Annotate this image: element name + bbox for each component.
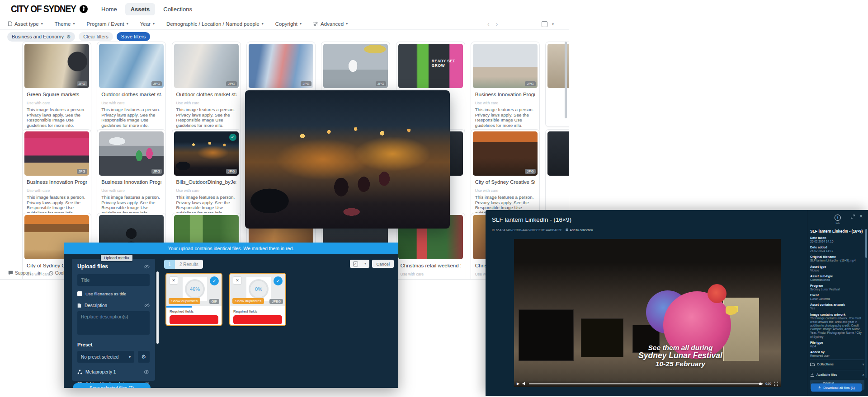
sidebar-scrollbar[interactable] (865, 229, 867, 378)
asset-card-body: Outdoor clothes market stall ... Use wit… (174, 92, 239, 128)
collections-section[interactable]: Collections ∨ (810, 360, 864, 369)
filter-asset-type[interactable]: Asset type ▾ (8, 21, 43, 27)
prev-page-button[interactable]: ‹ (487, 20, 490, 28)
upload-file-card[interactable]: ✕ ✓ 0% Show duplicates JPEG Required fie… (229, 273, 286, 326)
asset-card[interactable]: JPG Outdoor clothes market stall ... Use… (172, 42, 241, 133)
next-page-button[interactable]: › (496, 20, 498, 28)
use-filenames-checkbox[interactable] (77, 291, 82, 296)
chevron-down-icon: ▾ (300, 22, 302, 26)
preset-settings-button[interactable]: ⚙ (138, 351, 150, 363)
remove-file-button[interactable]: ✕ (233, 276, 242, 285)
required-field-error[interactable] (170, 315, 218, 324)
file-selected-check-icon[interactable]: ✓ (274, 276, 283, 285)
filter-copyright[interactable]: Copyright ▾ (275, 21, 302, 27)
active-filters-row: Business and Economy ⊗ Clear filters Sav… (0, 31, 569, 42)
save-selected-files-button[interactable]: Save selected files (2) (73, 383, 151, 388)
asset-thumbnail[interactable]: JPG (24, 44, 89, 88)
selected-check-icon[interactable]: ✓ (229, 134, 236, 141)
vertical-scrollbar[interactable] (565, 42, 567, 118)
fullscreen-icon[interactable] (774, 382, 778, 386)
asset-thumbnail[interactable]: READY SET GROW (398, 44, 463, 88)
asset-card[interactable]: JPG Business Innovation Program 2 Use wi… (22, 129, 91, 220)
filter-year[interactable]: Year ▾ (140, 21, 155, 27)
description-textarea[interactable] (77, 311, 150, 335)
download-icon (818, 386, 821, 389)
filter-demographic-location[interactable]: Demographic / Location / Named people ▾ (166, 21, 264, 27)
seek-bar[interactable] (529, 383, 763, 384)
linkedin-link[interactable]: in (38, 271, 42, 276)
filter-label: Program / Event (87, 21, 124, 27)
remove-filter-icon[interactable]: ⊗ (66, 34, 71, 40)
required-field-error[interactable] (233, 315, 282, 324)
support-link[interactable]: Support (8, 271, 31, 276)
cancel-button[interactable]: Cancel (372, 260, 394, 268)
nav-assets[interactable]: Assets (125, 3, 156, 15)
nav-home[interactable]: Home (96, 3, 123, 15)
add-icon: ⊞ (566, 228, 568, 232)
asset-card-body: Business Innovation Program 2 Use with c… (24, 179, 89, 215)
logo[interactable]: CITY OF SYDNEY (11, 4, 88, 14)
play-button[interactable]: ▶ (517, 382, 519, 386)
remove-file-button[interactable]: ✕ (169, 276, 178, 285)
filter-program-event[interactable]: Program / Event ▾ (87, 21, 128, 27)
asset-thumbnail[interactable]: JPG (99, 44, 164, 88)
asset-card-body: Business Innovation Program 1 Use with c… (99, 179, 164, 215)
panel-scrollbar[interactable] (156, 271, 159, 344)
folder-icon (810, 362, 815, 366)
metadata-scroll-area[interactable]: SLF lantern LinkedIn - (16×9) Date taken… (810, 229, 864, 390)
metadata-field: Asset contains artworkYes (810, 303, 864, 310)
select-all-split-button[interactable]: ✓ ▾ (350, 260, 369, 268)
asset-thumbnail[interactable]: JPG (473, 44, 538, 88)
asset-card[interactable]: JPG Outdoor clothes market stall ... Use… (97, 42, 166, 133)
asset-card[interactable] (545, 129, 569, 215)
video-player[interactable]: See them all during Sydney Lunar Festiva… (514, 239, 781, 387)
clear-filters-button[interactable]: Clear filters (79, 32, 113, 41)
download-all-files-button[interactable]: Download all files (1) (811, 383, 862, 392)
page-footer: Support in Cookies (8, 271, 71, 276)
chevron-down-icon: ∨ (862, 363, 864, 366)
asset-thumbnail[interactable]: JPG (174, 44, 239, 88)
asset-thumbnail[interactable] (547, 131, 569, 176)
asset-card[interactable]: JPG City of Sydney Creative Studi... Use… (471, 129, 540, 220)
metaproperty-label[interactable]: Metaproperty 1 (85, 369, 141, 374)
select-all-checkbox[interactable]: ✓ (350, 260, 361, 268)
nav-collections[interactable]: Collections (158, 3, 198, 15)
select-all-checkbox[interactable] (542, 21, 547, 27)
eye-slash-icon[interactable] (144, 303, 150, 308)
asset-thumbnail[interactable]: JPG (99, 131, 164, 176)
volume-icon[interactable] (522, 382, 526, 386)
filter-theme[interactable]: Theme ▾ (55, 21, 75, 27)
title-input[interactable] (77, 274, 150, 286)
add-to-collection-button[interactable]: ⊞ Add to collection (566, 228, 593, 232)
file-selected-check-icon[interactable]: ✓ (210, 276, 219, 285)
upload-metadata-panel: Upload files Upload media Use filenames … (72, 259, 155, 381)
asset-card[interactable]: JPG Business Innovation Program 3 Use wi… (471, 42, 540, 133)
filter-chip-business-economy[interactable]: Business and Economy ⊗ (7, 32, 75, 42)
download-icon (810, 373, 814, 377)
gear-icon: ⚙ (142, 354, 146, 360)
metadata-field: File typemp4 (810, 341, 864, 348)
asset-thumbnail[interactable]: JPG (323, 44, 388, 88)
asset-card[interactable]: JPG Green Square markets Use with care T… (22, 42, 91, 133)
asset-card[interactable]: JPG Business Innovation Program 1 Use wi… (97, 129, 166, 220)
asset-thumbnail[interactable]: JPG (249, 44, 313, 88)
upload-file-card[interactable]: ✕ ✓ 46% Show duplicates GIF Required fie… (165, 273, 222, 326)
eye-slash-icon[interactable] (144, 264, 150, 270)
results-page[interactable]: 1 (164, 260, 175, 269)
show-duplicates-button[interactable]: Show duplicates (232, 298, 264, 304)
available-files-section[interactable]: Available files ∧ (810, 370, 864, 379)
asset-thumbnail[interactable]: JPG (473, 131, 538, 176)
playhead[interactable] (759, 383, 762, 385)
preset-select[interactable]: No preset selected ▾ (77, 351, 134, 363)
chevron-down-icon[interactable]: ▾ (361, 260, 369, 268)
filter-advanced[interactable]: Advanced ▾ (313, 21, 348, 27)
asset-thumbnail[interactable]: JPG (24, 131, 89, 176)
show-duplicates-button[interactable]: Show duplicates (169, 298, 200, 304)
info-tab[interactable]: i Info (807, 215, 868, 224)
eye-slash-icon[interactable] (144, 369, 150, 375)
asset-thumbnail[interactable]: JPG ✓ (174, 131, 239, 176)
save-filters-button[interactable]: Save filters (117, 32, 150, 41)
asset-card[interactable]: JPG ✓ Bills_OutdoorDining_byJesLin... Us… (172, 129, 241, 220)
asset-preview-overlay[interactable] (245, 90, 450, 229)
view-options-dropdown[interactable]: ▾ (552, 22, 554, 26)
